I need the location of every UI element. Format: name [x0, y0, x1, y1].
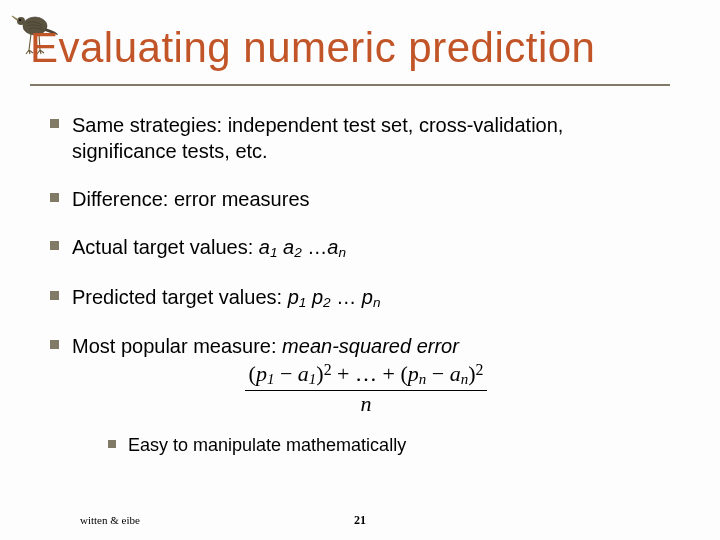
footer-author: witten & eibe [80, 514, 140, 526]
bullet-text: Most popular measure: [72, 335, 282, 357]
svg-point-2 [17, 17, 25, 25]
svg-point-3 [19, 19, 21, 21]
ellipsis: … [302, 236, 328, 258]
bullet-item: Actual target values: a1 a2 …an [50, 234, 660, 262]
mse-formula: (p1 − a1)2 + … + (pn − an)2 n [72, 361, 660, 415]
var-pn: pn [362, 286, 381, 308]
bullet-item: Difference: error measures [50, 186, 660, 212]
bullet-item: Most popular measure: mean-squared error… [50, 333, 660, 457]
bullet-item: Predicted target values: p1 p2 … pn [50, 284, 660, 312]
var-a1: a1 [259, 236, 278, 258]
var-a2: a2 [283, 236, 302, 258]
ellipsis: … [331, 286, 362, 308]
bullet-text: Predicted target values: [72, 286, 288, 308]
sub-bullet-item: Easy to manipulate mathematically [108, 434, 660, 457]
page-number: 21 [354, 513, 366, 528]
emph-term: mean-squared error [282, 335, 459, 357]
var-p1: p1 [288, 286, 307, 308]
bullet-list: Same strategies: independent test set, c… [50, 112, 660, 479]
var-p2: p2 [312, 286, 331, 308]
bullet-item: Same strategies: independent test set, c… [50, 112, 660, 164]
title-underline [30, 84, 670, 86]
slide-title: Evaluating numeric prediction [30, 24, 595, 72]
var-an: an [327, 236, 346, 258]
bullet-text: Actual target values: [72, 236, 259, 258]
